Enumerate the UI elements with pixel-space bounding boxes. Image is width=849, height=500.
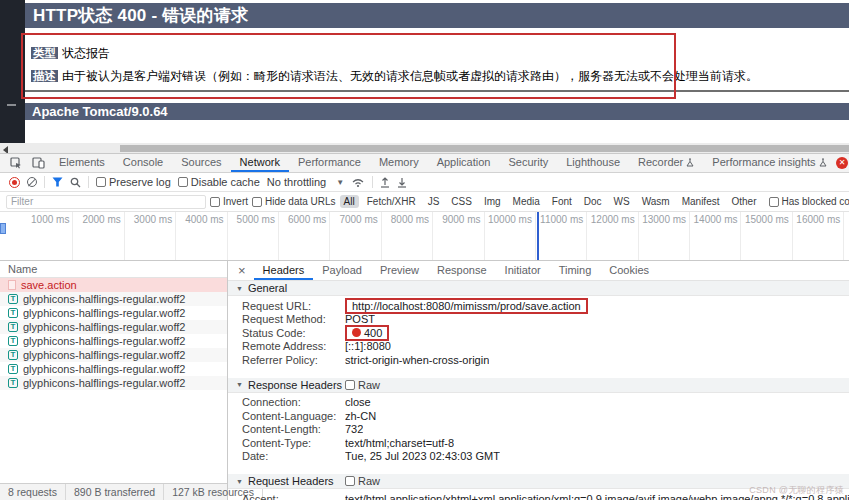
- resource-type-filter[interactable]: Font: [548, 195, 576, 208]
- checkbox-icon[interactable]: [96, 177, 106, 187]
- divider: [88, 176, 89, 188]
- raw-toggle[interactable]: Raw: [345, 475, 380, 487]
- network-toolbar: Preserve log Disable cache No throttling…: [0, 173, 849, 192]
- header-value-wrap: [::1]:8080: [345, 340, 391, 352]
- import-har-icon[interactable]: [380, 177, 390, 188]
- detail-tab[interactable]: Response: [428, 261, 496, 280]
- devtools-tab[interactable]: Security: [499, 154, 557, 172]
- raw-toggle[interactable]: Raw: [345, 379, 380, 391]
- device-toolbar-icon[interactable]: [27, 154, 50, 172]
- devtools-tab-label: Sources: [181, 156, 221, 168]
- triangle-down-icon: ▼: [236, 478, 243, 485]
- throttling-dropdown[interactable]: No throttling ▼: [267, 176, 344, 188]
- invert-checkbox[interactable]: Invert: [210, 196, 248, 207]
- request-row[interactable]: glyphicons-halflings-regular.woff2: [0, 376, 227, 390]
- header-value-wrap: http://localhost:8080/mimissm/prod/save.…: [345, 298, 588, 314]
- devtools-tab[interactable]: Memory: [370, 154, 428, 172]
- preserve-log-checkbox[interactable]: Preserve log: [96, 176, 171, 188]
- request-row[interactable]: glyphicons-halflings-regular.woff2: [0, 362, 227, 376]
- filter-input[interactable]: [6, 195, 206, 209]
- request-row[interactable]: save.action: [0, 278, 227, 292]
- disable-cache-label: Disable cache: [191, 176, 260, 188]
- timeline-tick-label: 12000 ms: [587, 212, 638, 260]
- request-row[interactable]: glyphicons-halflings-regular.woff2: [0, 348, 227, 362]
- timeline-tick-label: 13000 ms: [639, 212, 690, 260]
- hide-data-urls-checkbox[interactable]: Hide data URLs: [252, 196, 336, 207]
- detail-tab[interactable]: Timing: [550, 261, 601, 280]
- scrollbar-thumb[interactable]: [120, 145, 849, 152]
- detail-tab[interactable]: Cookies: [600, 261, 658, 280]
- checkbox-icon[interactable]: [252, 197, 262, 207]
- devtools-tab[interactable]: Lighthouse: [557, 154, 629, 172]
- checkbox-icon[interactable]: [769, 197, 779, 207]
- general-section-header[interactable]: ▼ General: [228, 281, 849, 296]
- resource-type-filter[interactable]: Manifest: [678, 195, 724, 208]
- devtools-tab-label: Recorder: [638, 156, 683, 168]
- experiment-flask-icon: [819, 158, 827, 167]
- name-column-header[interactable]: Name: [0, 261, 227, 278]
- devtools-panel: Elements Console Sources Network: [0, 153, 849, 500]
- font-resource-icon: [8, 350, 18, 360]
- font-resource-icon: [8, 308, 18, 318]
- resource-type-filter[interactable]: Other: [727, 195, 760, 208]
- resource-type-filter[interactable]: WS: [610, 195, 634, 208]
- record-network-log-icon[interactable]: [9, 177, 20, 188]
- request-row[interactable]: glyphicons-halflings-regular.woff2: [0, 320, 227, 334]
- checkbox-icon[interactable]: [178, 177, 188, 187]
- request-details-panel: × Headers Payload Preview: [228, 261, 849, 500]
- timeline-tick-label: 8000 ms: [382, 212, 433, 260]
- detail-tab-label: Cookies: [609, 264, 649, 276]
- general-section: ▼ General Request URL: http://localhost:…: [228, 281, 849, 369]
- devtools-tab[interactable]: Sources: [172, 154, 230, 172]
- devtools-tab[interactable]: Console: [114, 154, 172, 172]
- devtools-tab[interactable]: Performance insights: [703, 154, 835, 172]
- detail-tab[interactable]: Payload: [313, 261, 371, 280]
- devtools-tab[interactable]: Performance: [289, 154, 370, 172]
- checkbox-icon[interactable]: [210, 197, 220, 207]
- checkbox-icon[interactable]: [345, 380, 355, 390]
- devtools-tab[interactable]: Elements: [50, 154, 114, 172]
- filter-funnel-icon[interactable]: [52, 177, 63, 187]
- resource-type-filter[interactable]: Fetch/XHR: [363, 195, 420, 208]
- request-row[interactable]: glyphicons-halflings-regular.woff2: [0, 334, 227, 348]
- detail-tab[interactable]: Initiator: [496, 261, 550, 280]
- clear-network-log-icon[interactable]: [27, 177, 37, 187]
- search-icon[interactable]: [70, 177, 81, 188]
- resource-type-filter[interactable]: JS: [424, 195, 444, 208]
- request-row[interactable]: glyphicons-halflings-regular.woff2: [0, 292, 227, 306]
- checkbox-icon[interactable]: [345, 476, 355, 486]
- devtools-tab[interactable]: Recorder: [629, 154, 703, 172]
- header-value: 400: [364, 327, 382, 339]
- header-name: Accept:: [242, 493, 345, 500]
- header-value: text/html;charset=utf-8: [345, 437, 454, 449]
- detail-tab[interactable]: Headers: [254, 261, 314, 280]
- network-conditions-icon[interactable]: [351, 177, 365, 188]
- resource-type-filter[interactable]: Img: [480, 195, 505, 208]
- csdn-watermark: CSDN @无聊的程序猿: [749, 484, 844, 497]
- devtools-tab-label: Elements: [59, 156, 105, 168]
- request-name: glyphicons-halflings-regular.woff2: [23, 293, 185, 305]
- disable-cache-checkbox[interactable]: Disable cache: [178, 176, 260, 188]
- detail-tab-label: Preview: [380, 264, 419, 276]
- resource-type-filter[interactable]: Wasm: [638, 195, 674, 208]
- resource-type-filter[interactable]: CSS: [447, 195, 476, 208]
- resource-type-filter[interactable]: Media: [509, 195, 544, 208]
- header-kv-row: Request Method: POST: [228, 313, 849, 327]
- resource-type-filter[interactable]: All: [340, 195, 359, 208]
- timeline-tick-label: 2000 ms: [73, 212, 124, 260]
- export-har-icon[interactable]: [397, 177, 407, 188]
- response-headers-section: ▼ Response Headers Raw Connection: close: [228, 378, 849, 466]
- error-count-badge[interactable]: ✕: [836, 157, 848, 169]
- close-icon[interactable]: ×: [230, 261, 254, 280]
- network-overview-timeline[interactable]: 1000 ms2000 ms3000 ms4000 ms5000 ms6000 …: [0, 212, 849, 261]
- detail-tab[interactable]: Preview: [371, 261, 428, 280]
- devtools-tab[interactable]: Network: [231, 154, 289, 172]
- inspect-element-icon[interactable]: [5, 154, 27, 172]
- devtools-tab[interactable]: Application: [428, 154, 500, 172]
- resource-type-filter[interactable]: Doc: [580, 195, 606, 208]
- network-main-split: Name save.action glyphicons-halflings-re…: [0, 261, 849, 500]
- response-headers-header[interactable]: ▼ Response Headers Raw: [228, 378, 849, 393]
- filter-option-checkbox[interactable]: Has blocked cookies: [769, 196, 849, 207]
- request-row[interactable]: glyphicons-halflings-regular.woff2: [0, 306, 227, 320]
- font-resource-icon: [8, 336, 18, 346]
